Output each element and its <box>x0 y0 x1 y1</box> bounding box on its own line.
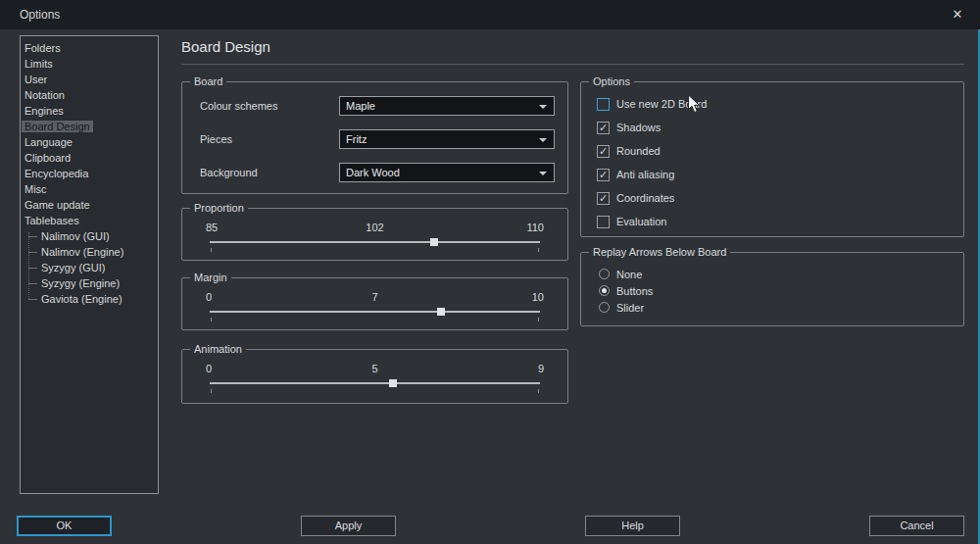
options-dialog: Options ✕ Folders Limits User Notation E… <box>0 0 980 544</box>
proportion-group: Proportion 85 102 110 <box>181 208 568 261</box>
proportion-group-legend: Proportion <box>190 202 248 215</box>
animation-group: Animation 0 5 9 <box>181 349 568 404</box>
sidebar-item-gaviota-engine[interactable]: Gaviota (Engine) <box>21 291 158 307</box>
checkbox-unchecked-icon <box>597 98 610 111</box>
margin-group: Margin 0 7 10 <box>181 277 568 330</box>
sidebar-item-game-update[interactable]: Game update <box>21 197 158 213</box>
ok-button[interactable]: OK <box>17 516 112 536</box>
animation-group-legend: Animation <box>190 343 246 356</box>
margin-slider[interactable] <box>210 311 540 313</box>
sidebar-item-board-design[interactable]: Board Design <box>21 119 158 134</box>
checkbox-checked-icon <box>597 145 610 158</box>
replay-arrows-group: Replay Arrows Below Board None Buttons S… <box>580 252 964 326</box>
slider-tick <box>538 248 539 252</box>
checkbox-checked-icon <box>597 169 610 181</box>
sidebar-item-user[interactable]: User <box>21 72 158 87</box>
close-icon[interactable]: ✕ <box>947 4 968 25</box>
title-separator <box>181 64 964 65</box>
sidebar-item-syzygy-gui[interactable]: Syzygy (GUI) <box>21 260 158 275</box>
animation-slider[interactable] <box>210 382 540 384</box>
checkbox-rounded[interactable]: Rounded <box>597 144 661 158</box>
tree-connector-line <box>28 232 29 299</box>
checkbox-unchecked-icon <box>597 216 610 228</box>
board-group: Board Colour schemes Maple Pieces Fritz … <box>181 81 568 194</box>
radio-selected-icon <box>599 285 610 296</box>
title-bar: Options ✕ <box>0 0 980 29</box>
colour-schemes-dropdown[interactable]: Maple <box>339 96 555 116</box>
radio-none[interactable]: None <box>599 268 642 280</box>
radio-unselected-icon <box>599 302 610 313</box>
sidebar-item-misc[interactable]: Misc <box>21 181 158 197</box>
margin-slider-thumb[interactable] <box>437 308 445 316</box>
sidebar-item-notation[interactable]: Notation <box>21 87 158 103</box>
slider-tick <box>538 389 539 393</box>
sidebar-item-tablebases[interactable]: Tablebases <box>21 213 158 228</box>
sidebar-item-clipboard[interactable]: Clipboard <box>21 150 158 166</box>
page-title: Board Design <box>181 38 270 55</box>
chevron-down-icon <box>539 172 547 175</box>
options-category-list: Folders Limits User Notation Engines Boa… <box>20 35 159 494</box>
proportion-slider[interactable] <box>210 241 540 243</box>
mouse-cursor <box>687 94 701 114</box>
animation-current-label: 5 <box>182 363 567 374</box>
radio-buttons[interactable]: Buttons <box>599 284 653 297</box>
chevron-down-icon <box>539 138 547 142</box>
sidebar-item-folders[interactable]: Folders <box>21 40 158 56</box>
help-button[interactable]: Help <box>585 516 680 536</box>
checkbox-anti-aliasing[interactable]: Anti aliasing <box>597 168 674 181</box>
colour-schemes-value: Maple <box>346 100 375 112</box>
window-title: Options <box>20 8 60 22</box>
margin-current-label: 7 <box>182 291 567 303</box>
proportion-slider-thumb[interactable] <box>430 238 438 246</box>
colour-schemes-label: Colour schemes <box>200 100 277 112</box>
pieces-dropdown[interactable]: Fritz <box>339 129 555 149</box>
apply-button[interactable]: Apply <box>301 516 396 536</box>
sidebar-item-limits[interactable]: Limits <box>21 56 158 72</box>
radio-slider[interactable]: Slider <box>599 301 644 314</box>
sidebar-item-nalimov-engine[interactable]: Nalimov (Engine) <box>21 244 158 260</box>
background-value: Dark Wood <box>346 167 400 178</box>
proportion-max-label: 110 <box>526 222 544 233</box>
background-label: Background <box>200 167 258 178</box>
options-group: Options Use new 2D Board Shadows Rounded… <box>580 81 964 237</box>
margin-group-legend: Margin <box>190 272 231 284</box>
checkbox-shadows[interactable]: Shadows <box>597 121 661 134</box>
checkbox-checked-icon <box>597 192 610 205</box>
margin-max-label: 10 <box>532 291 544 303</box>
checkbox-evaluation[interactable]: Evaluation <box>597 215 666 228</box>
animation-slider-thumb[interactable] <box>389 379 397 387</box>
slider-tick <box>538 318 539 321</box>
radio-unselected-icon <box>599 269 610 279</box>
animation-max-label: 9 <box>538 363 544 374</box>
cancel-button[interactable]: Cancel <box>869 516 964 536</box>
slider-tick <box>211 318 212 321</box>
sidebar-item-encyclopedia[interactable]: Encyclopedia <box>21 166 158 181</box>
checkbox-coordinates[interactable]: Coordinates <box>597 191 674 205</box>
pieces-value: Fritz <box>346 133 367 145</box>
proportion-current-label: 102 <box>182 222 567 233</box>
pieces-label: Pieces <box>200 133 232 145</box>
slider-tick <box>211 248 212 252</box>
options-group-legend: Options <box>589 75 634 88</box>
chevron-down-icon <box>539 105 547 109</box>
sidebar-item-language[interactable]: Language <box>21 134 158 150</box>
background-dropdown[interactable]: Dark Wood <box>339 163 555 182</box>
sidebar-item-nalimov-gui[interactable]: Nalimov (GUI) <box>21 228 158 244</box>
sidebar-item-engines[interactable]: Engines <box>21 103 158 119</box>
checkbox-checked-icon <box>597 122 610 134</box>
replay-arrows-group-legend: Replay Arrows Below Board <box>589 246 730 259</box>
sidebar-item-syzygy-engine[interactable]: Syzygy (Engine) <box>21 275 158 291</box>
board-group-legend: Board <box>190 75 226 88</box>
slider-tick <box>211 389 212 393</box>
